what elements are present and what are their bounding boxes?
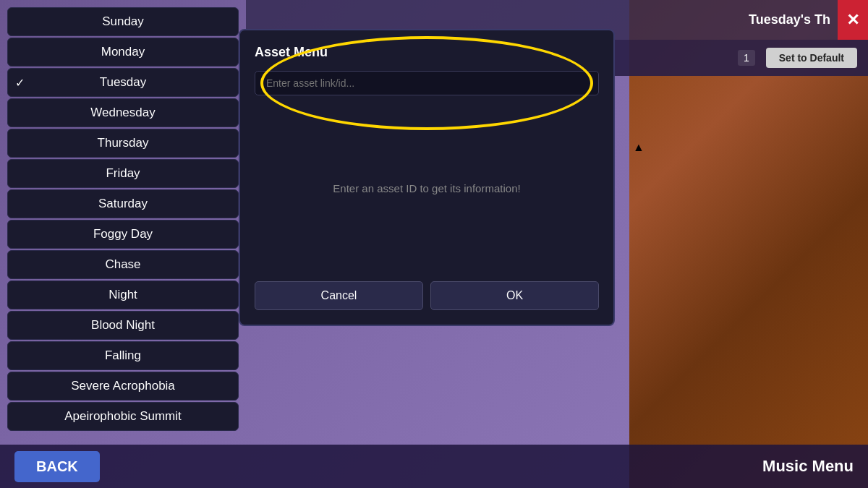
sidebar-item-label: Saturday	[98, 197, 148, 210]
sidebar-item-wednesday[interactable]: Wednesday	[7, 98, 239, 127]
sidebar-item-monday[interactable]: Monday	[7, 38, 239, 67]
sidebar-item-saturday[interactable]: Saturday	[7, 189, 239, 218]
sidebar-item-friday[interactable]: Friday	[7, 159, 239, 188]
sidebar-item-label: Chase	[105, 257, 140, 271]
bottom-bar: BACK Music Menu	[0, 445, 868, 488]
sidebar-item-foggy-day[interactable]: Foggy Day	[7, 220, 239, 249]
asset-input[interactable]	[255, 71, 599, 95]
sidebar-item-label: Monday	[101, 45, 145, 59]
music-menu-label: Music Menu	[762, 457, 854, 476]
modal-title: Asset Menu	[255, 45, 599, 60]
sidebar-item-label: Falling	[105, 348, 141, 362]
ok-button[interactable]: OK	[430, 281, 599, 310]
sidebar-item-apeirophobic-summit[interactable]: Apeirophobic Summit	[7, 402, 239, 431]
modal-buttons: Cancel OK	[255, 281, 599, 310]
sidebar-item-falling[interactable]: Falling	[7, 341, 239, 370]
sidebar-item-label: Wednesday	[90, 106, 155, 119]
sidebar-item-tuesday[interactable]: ✓Tuesday	[7, 68, 239, 97]
set-default-button[interactable]: Set to Default	[766, 48, 857, 68]
sidebar: SundayMonday✓TuesdayWednesdayThursdayFri…	[0, 0, 246, 488]
sidebar-item-sunday[interactable]: Sunday	[7, 7, 239, 36]
sidebar-item-thursday[interactable]: Thursday	[7, 129, 239, 158]
close-button[interactable]: ✕	[838, 0, 868, 40]
sidebar-item-label: Friday	[106, 166, 140, 180]
sidebar-item-label: Night	[109, 288, 137, 301]
sidebar-item-label: Severe Acrophobia	[71, 379, 175, 393]
sidebar-item-chase[interactable]: Chase	[7, 250, 239, 279]
back-button[interactable]: BACK	[14, 451, 100, 482]
checkmark-icon: ✓	[15, 76, 25, 90]
sidebar-item-blood-night[interactable]: Blood Night	[7, 311, 239, 340]
sidebar-item-label: Tuesday	[100, 75, 147, 89]
sidebar-item-label: Thursday	[98, 136, 149, 150]
cancel-button[interactable]: Cancel	[255, 281, 423, 310]
sidebar-item-label: Blood Night	[91, 318, 155, 332]
sidebar-item-label: Sunday	[102, 14, 144, 28]
header-title: Tuesday's Th	[749, 12, 830, 27]
sidebar-item-label: Apeirophobic Summit	[64, 409, 182, 423]
sidebar-item-severe-acrophobia[interactable]: Severe Acrophobia	[7, 372, 239, 401]
sidebar-item-night[interactable]: Night	[7, 281, 239, 309]
asset-number: 1	[738, 50, 755, 66]
asset-menu-modal: Asset Menu Enter an asset ID to get its …	[239, 29, 615, 326]
modal-info-text: Enter an asset ID to get its information…	[255, 182, 599, 194]
sidebar-item-label: Foggy Day	[93, 227, 153, 241]
